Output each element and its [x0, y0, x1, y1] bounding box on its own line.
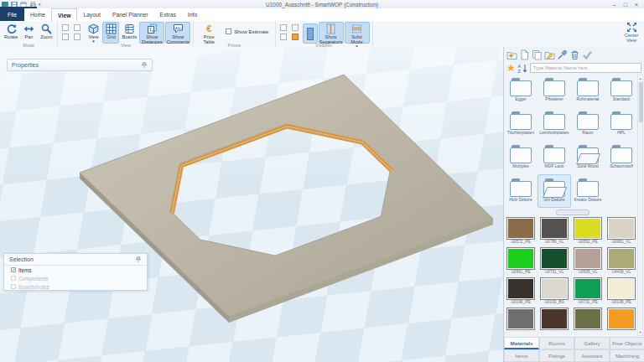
- price-table-button[interactable]: €Price Table: [196, 22, 221, 44]
- material-swatch[interactable]: [504, 307, 538, 337]
- eyedropper-icon[interactable]: [557, 49, 568, 60]
- minimize-button[interactable]: –: [613, 2, 616, 8]
- small-visibility-tool-icon-3[interactable]: [280, 34, 287, 40]
- small-view-tool-icon-3[interactable]: [62, 34, 69, 40]
- materials-panel: ★ AZ EggerPfleidererRohmaterialStandardT…: [503, 47, 644, 362]
- panel-tab-materials[interactable]: Materials: [504, 337, 539, 349]
- view-button[interactable]: View▼: [85, 22, 101, 44]
- panel-tab-machining[interactable]: Machining: [610, 349, 644, 362]
- scroll-down-arrow[interactable]: ▼: [638, 329, 642, 335]
- boards-button[interactable]: Boards: [120, 22, 138, 44]
- material-folder-egger[interactable]: Egger: [504, 74, 538, 107]
- delete-icon[interactable]: [569, 49, 580, 60]
- tab-view[interactable]: View: [51, 8, 77, 21]
- highlight-tool-icon[interactable]: [292, 34, 299, 40]
- tab-info[interactable]: Info: [182, 8, 203, 21]
- checkbox-icon[interactable]: [11, 276, 16, 281]
- panel-tab-assistant[interactable]: Assistant: [574, 349, 610, 362]
- material-folder-leimholzplatten[interactable]: Leimholzplatten: [538, 107, 571, 141]
- material-swatch[interactable]: U0572_PE: [504, 216, 538, 246]
- material-swatch[interactable]: U0751_VL: [538, 246, 571, 277]
- material-folder-pfleiderer[interactable]: Pfleiderer: [538, 74, 571, 107]
- pin-icon[interactable]: [135, 256, 142, 263]
- material-folder-mdf-lack[interactable]: MDF Lack: [538, 141, 571, 174]
- material-swatch[interactable]: [605, 307, 638, 337]
- material-folder-tischlerplatten[interactable]: Tischlerplatten: [504, 107, 538, 141]
- properties-panel-header[interactable]: Properties: [7, 59, 153, 71]
- zoom-button[interactable]: Zoom: [38, 22, 55, 44]
- confirm-icon[interactable]: [582, 49, 593, 60]
- center-view-button[interactable]: Center View: [621, 21, 642, 46]
- panel-tab-items[interactable]: Items: [504, 349, 539, 362]
- tab-panel-planner[interactable]: Panel Planner: [106, 8, 154, 21]
- selection-title: Selection: [9, 256, 34, 262]
- material-swatch[interactable]: U0961_VL: [605, 216, 638, 246]
- customize-caret[interactable]: ▾: [39, 2, 41, 7]
- pin-icon[interactable]: [141, 62, 148, 69]
- material-swatch[interactable]: [571, 307, 605, 337]
- material-swatch[interactable]: [538, 307, 571, 337]
- viewport-3d[interactable]: Properties Selection ✓ItemsComponentsBoa…: [0, 47, 503, 362]
- material-folder-standard[interactable]: Standard: [605, 74, 638, 107]
- small-visibility-tool-icon-1[interactable]: [280, 24, 287, 31]
- pan-button[interactable]: Pan: [20, 22, 37, 44]
- panel-tab-free-objects[interactable]: Free Objects: [610, 337, 644, 349]
- small-visibility-tool-icon-2[interactable]: [292, 24, 299, 31]
- scroll-up-arrow[interactable]: ▲: [638, 75, 642, 81]
- tab-file[interactable]: File: [0, 8, 24, 21]
- sort-az-icon[interactable]: AZ: [517, 63, 528, 74]
- tab-extras[interactable]: Extras: [154, 8, 182, 21]
- close-button[interactable]: ×: [635, 2, 638, 8]
- grid-button[interactable]: Grid: [102, 22, 119, 44]
- selection-option-items[interactable]: ✓Items: [4, 266, 147, 274]
- material-swatch[interactable]: U0786_VL: [538, 216, 571, 246]
- panel-3d-board[interactable]: [0, 47, 503, 362]
- edit-folder-icon[interactable]: [544, 49, 555, 60]
- tab-layout[interactable]: Layout: [77, 8, 106, 21]
- board-visibility-button[interactable]: [303, 23, 318, 44]
- small-view-tool-icon-4[interactable]: [74, 34, 80, 40]
- material-swatch[interactable]: U0731_PE: [571, 277, 605, 307]
- material-swatch[interactable]: U0961_PE: [504, 246, 538, 277]
- material-folder-solid-wood[interactable]: Solid Wood: [571, 141, 605, 174]
- add-folder-icon[interactable]: [506, 49, 517, 60]
- checkbox-icon[interactable]: [11, 284, 16, 289]
- panel-tab-gallery[interactable]: Gallery: [574, 337, 610, 349]
- show-comments-button[interactable]: ABCShow Comments: [165, 22, 190, 44]
- material-folder-holz-dekore[interactable]: Holz Dekore: [504, 174, 538, 208]
- solid-mode-button[interactable]: Solid Mode▼: [345, 22, 370, 44]
- maximize-button[interactable]: □: [624, 2, 627, 8]
- material-swatch[interactable]: U4408_VL: [605, 246, 638, 277]
- favorites-star-icon[interactable]: ★: [506, 63, 516, 73]
- small-view-tool-icon-2[interactable]: [74, 24, 80, 31]
- material-swatch[interactable]: U0550_PE: [571, 216, 605, 246]
- material-folder-uni-dekore[interactable]: Uni Dekore: [538, 174, 571, 208]
- tab-home[interactable]: Home: [24, 8, 51, 21]
- checkbox-icon[interactable]: ✓: [11, 267, 16, 272]
- material-swatch[interactable]: U0196_PE: [504, 277, 538, 307]
- scrollbar[interactable]: ▲ ▼: [637, 75, 643, 336]
- show-distances-button[interactable]: Show Distances: [139, 22, 164, 44]
- rotate-button[interactable]: Rotate: [3, 22, 19, 44]
- panel-tab-fittings[interactable]: Fittings: [539, 349, 574, 362]
- show-estimate-checkbox[interactable]: Show Estimate: [226, 28, 268, 34]
- copy-icon[interactable]: [532, 49, 543, 60]
- material-folder-hpl[interactable]: HPL: [605, 107, 638, 141]
- panel-tab-rooms[interactable]: Rooms: [539, 337, 574, 349]
- show-separators-button[interactable]: Show Separators: [319, 22, 344, 44]
- material-folder-kreativ-dekore[interactable]: Kreativ Dekore: [571, 174, 605, 208]
- material-search-input[interactable]: [530, 63, 641, 73]
- selection-option-components[interactable]: Components: [4, 274, 147, 282]
- material-folder-raum[interactable]: Raum: [571, 107, 605, 141]
- scroll-thumb[interactable]: [639, 82, 643, 122]
- material-swatch[interactable]: U0905_VL: [571, 246, 605, 277]
- folder-swatch-divider-handle[interactable]: [556, 209, 589, 215]
- selection-option-boards-holes[interactable]: Boards/holes: [4, 282, 147, 291]
- add-material-icon[interactable]: [519, 49, 530, 60]
- small-view-tool-icon-1[interactable]: [62, 24, 69, 31]
- material-swatch[interactable]: U0100_BS: [538, 277, 571, 307]
- material-folder-rohmaterial[interactable]: Rohmaterial: [571, 74, 605, 107]
- material-swatch[interactable]: U0108_PE: [605, 277, 638, 307]
- material-folder-schaumstoff[interactable]: Schaumstoff: [605, 141, 638, 174]
- material-folder-multiplex[interactable]: Multiplex: [504, 141, 538, 174]
